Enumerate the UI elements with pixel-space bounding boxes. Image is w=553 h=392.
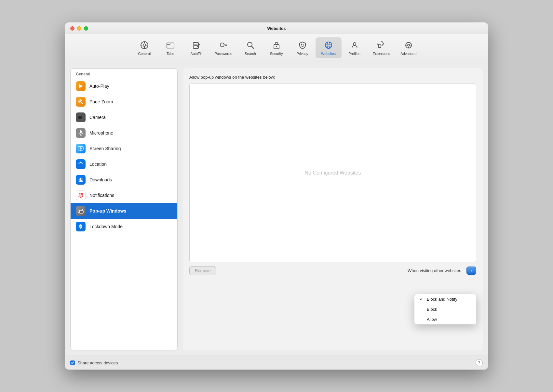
extensions-label: Extensions: [373, 52, 390, 56]
main-panel-header: Allow pop-up windows on the websites bel…: [189, 75, 476, 80]
remove-button[interactable]: Remove: [189, 266, 216, 275]
svg-marker-41: [82, 116, 83, 119]
tab-privacy[interactable]: Privacy: [290, 37, 316, 58]
sidebar-item-camera[interactable]: Camera: [71, 110, 177, 125]
tabs-label: Tabs: [167, 52, 174, 56]
svg-rect-57: [79, 210, 83, 213]
downloads-label: Downloads: [89, 177, 112, 182]
svg-point-1: [143, 44, 146, 46]
autofill-icon: [191, 40, 202, 50]
svg-point-26: [408, 44, 410, 46]
general-label: General: [138, 52, 151, 56]
footer: Share across devices ?: [65, 356, 488, 370]
tab-passwords[interactable]: Passwords: [209, 37, 237, 58]
downloads-icon: [76, 175, 86, 185]
security-icon: [271, 40, 282, 50]
share-checkbox[interactable]: [70, 360, 75, 365]
toolbar: General Tabs AutoFill: [65, 33, 488, 63]
svg-line-16: [251, 46, 254, 49]
bottom-controls: Remove When visiting other websites ›: [189, 266, 476, 275]
notifications-icon: [76, 190, 86, 200]
general-icon: [139, 40, 150, 50]
dropdown-item-allow-label: Allow: [427, 317, 437, 322]
svg-point-19: [325, 42, 332, 48]
help-button[interactable]: ?: [476, 359, 483, 366]
sidebar-item-lockdown[interactable]: Lockdown Mode: [71, 219, 177, 234]
profiles-icon: [349, 40, 360, 50]
sidebar-item-screensharing[interactable]: Screen Sharing: [71, 141, 177, 156]
close-button[interactable]: [70, 26, 74, 31]
passwords-icon: [218, 40, 229, 50]
notifications-label: Notifications: [89, 193, 114, 198]
share-checkbox-area: Share across devices: [70, 360, 118, 365]
sidebar-item-popupwindows[interactable]: Pop-up Windows: [71, 203, 177, 219]
dropdown-item-block-label: Block: [427, 307, 437, 312]
svg-rect-24: [378, 44, 381, 47]
content-area: General Auto-Play: [65, 63, 488, 356]
websites-label: Websites: [321, 52, 336, 56]
lockdown-icon: [76, 222, 86, 231]
tab-advanced[interactable]: Advanced: [395, 37, 422, 58]
maximize-button[interactable]: [84, 26, 88, 31]
location-label: Location: [89, 162, 107, 167]
dropdown-button[interactable]: ›: [466, 267, 476, 275]
passwords-label: Passwords: [215, 52, 232, 56]
dropdown-item-block-and-notify-label: Block and Notify: [427, 297, 457, 302]
svg-rect-7: [167, 43, 170, 45]
microphone-label: Microphone: [89, 130, 113, 136]
sidebar: General Auto-Play: [70, 68, 178, 350]
tab-websites[interactable]: Websites: [316, 37, 342, 58]
websites-icon: [323, 40, 334, 50]
pagezoom-icon: [76, 97, 86, 107]
profiles-label: Profiles: [348, 52, 360, 56]
svg-rect-44: [80, 130, 82, 133]
popupwindows-icon: [76, 206, 86, 216]
sidebar-item-autoplay[interactable]: Auto-Play: [71, 78, 177, 94]
sidebar-section-general: General: [71, 69, 177, 78]
autoplay-icon: [76, 81, 86, 91]
svg-line-37: [82, 103, 83, 104]
websites-list: No Configured Websites: [189, 84, 476, 262]
camera-label: Camera: [89, 115, 106, 120]
dropdown-item-block-and-notify[interactable]: ✓ Block and Notify: [414, 294, 476, 304]
popupwindows-label: Pop-up Windows: [89, 208, 126, 214]
tab-profiles[interactable]: Profiles: [342, 37, 368, 58]
sidebar-item-microphone[interactable]: Microphone: [71, 125, 177, 141]
search-label: Search: [245, 52, 256, 56]
extensions-icon: [376, 40, 386, 50]
svg-point-55: [81, 193, 83, 195]
screensharing-label: Screen Sharing: [89, 146, 121, 151]
tab-autofill[interactable]: AutoFill: [183, 37, 209, 58]
svg-point-18: [276, 46, 277, 47]
security-label: Security: [270, 52, 283, 56]
dropdown-item-allow[interactable]: ✓ Allow: [414, 314, 476, 324]
main-panel: Allow pop-up windows on the websites bel…: [183, 68, 483, 350]
traffic-lights: [70, 26, 88, 31]
dropdown-menu: ✓ Block and Notify ✓ Block ✓ Allow: [414, 294, 476, 324]
minimize-button[interactable]: [77, 26, 81, 31]
location-icon: [76, 159, 86, 169]
autofill-label: AutoFill: [190, 52, 202, 56]
tab-extensions[interactable]: Extensions: [368, 37, 396, 58]
svg-point-11: [220, 43, 224, 47]
sidebar-item-location[interactable]: Location: [71, 156, 177, 172]
tab-tabs[interactable]: Tabs: [157, 37, 183, 58]
autoplay-label: Auto-Play: [89, 84, 109, 89]
when-visiting-label: When visiting other websites: [408, 268, 461, 273]
svg-rect-6: [167, 43, 174, 48]
sidebar-item-downloads[interactable]: Downloads: [71, 172, 177, 188]
safari-preferences-window: Websites General: [65, 22, 488, 370]
sidebar-item-pagezoom[interactable]: Page Zoom: [71, 94, 177, 110]
privacy-label: Privacy: [296, 52, 308, 56]
svg-point-43: [80, 117, 80, 118]
share-label: Share across devices: [77, 360, 118, 365]
screensharing-icon: [76, 144, 86, 153]
dropdown-item-block[interactable]: ✓ Block: [414, 304, 476, 314]
tab-general[interactable]: General: [131, 37, 157, 58]
tab-security[interactable]: Security: [263, 37, 290, 58]
sidebar-item-notifications[interactable]: Notifications: [71, 188, 177, 203]
advanced-icon: [403, 40, 414, 50]
tab-search[interactable]: Search: [237, 37, 263, 58]
privacy-icon: [297, 40, 308, 50]
svg-point-23: [353, 43, 356, 45]
